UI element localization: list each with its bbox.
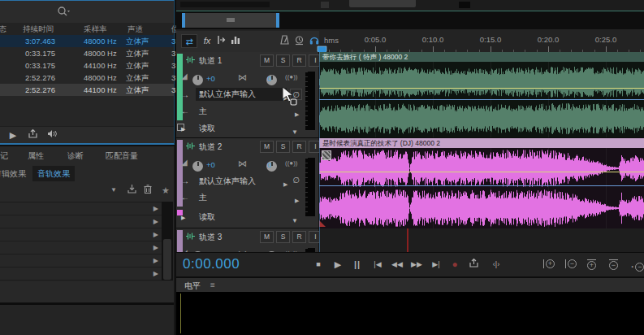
clip-fx-badge[interactable] — [322, 150, 331, 160]
save-preset-icon[interactable] — [125, 184, 138, 197]
file-row[interactable]: 3:07.463 48000 Hz 立体声 3 — [0, 35, 174, 47]
slot-arrow-icon[interactable]: ▶ — [153, 205, 158, 212]
mute-button[interactable]: M — [260, 141, 274, 153]
automation-dropdown-icon[interactable]: ▼ — [292, 214, 298, 228]
zoom-in-vertical-button[interactable]: ·−· — [630, 259, 644, 274]
play-button[interactable]: ▶ — [332, 258, 344, 271]
volume-knob[interactable] — [192, 75, 203, 85]
volume-value[interactable]: +0 — [206, 160, 215, 169]
arm-record-button[interactable]: R — [292, 231, 306, 243]
volume-value[interactable]: +0 — [206, 74, 215, 83]
fx-toggle-button[interactable]: fx — [201, 34, 214, 48]
skip-selection-icon[interactable] — [293, 34, 305, 48]
effect-slot[interactable]: ▶ — [0, 241, 162, 255]
levels-title[interactable]: 电平 — [184, 281, 201, 292]
track-output-selector[interactable]: 主 — [199, 190, 207, 204]
timeline-unit-label[interactable]: hms — [324, 36, 339, 45]
track-expand-icon[interactable]: ▶ — [181, 215, 185, 220]
subtab-track-effects[interactable]: 音轨效果 — [32, 166, 75, 181]
output-expand-icon[interactable]: ▶ — [295, 194, 299, 207]
file-row[interactable]: 0:33.175 44100 Hz 立体声 3 — [0, 59, 174, 72]
effect-slot[interactable]: ▶ — [0, 268, 162, 281]
delete-trash-icon[interactable] — [141, 184, 154, 197]
phase-invert-button[interactable]: ∅ — [290, 175, 302, 186]
zoom-in-point-button[interactable]: + — [543, 259, 555, 268]
automation-mode-selector[interactable]: 读取 — [199, 121, 215, 135]
track1-clip[interactable]: 带你去旅行 ( 特声 ) 48000 2 — [319, 52, 644, 137]
clip-title[interactable]: 是时候表演真正的技术了 (DJ) 48000 2 — [319, 138, 644, 148]
tab-markers[interactable]: 记 — [0, 149, 8, 163]
timeline-ruler[interactable]: hms 0:05.0 0:10.0 0:15.0 0:20.0 0:25.0 — [319, 31, 644, 53]
col-status[interactable]: 状态 — [0, 23, 10, 35]
track-input-selector[interactable]: 默认立体声输入 — [199, 174, 256, 188]
solo-button[interactable]: S — [276, 54, 290, 67]
rewind-button[interactable]: ◀◀ — [390, 258, 404, 271]
file-row[interactable]: 2:52.276 48000 Hz 立体声 3 — [0, 72, 174, 84]
fast-forward-button[interactable]: ▶▶ — [409, 258, 424, 271]
stop-button[interactable]: ■ — [313, 258, 324, 271]
autoplay-speaker-button[interactable] — [45, 128, 58, 141]
slot-arrow-icon[interactable]: ▶ — [153, 270, 158, 277]
col-duration[interactable]: 持续时间 — [23, 23, 54, 35]
pan-value[interactable]: 0 — [267, 160, 271, 169]
effect-slot[interactable]: ▶ — [0, 202, 162, 215]
solo-button[interactable]: S — [276, 141, 290, 153]
search-icon[interactable] — [57, 6, 70, 20]
input-expand-icon[interactable]: ▶ — [283, 177, 287, 191]
automation-mode-selector[interactable]: 读取 — [199, 210, 215, 224]
waveform-track2[interactable] — [319, 148, 644, 228]
track3-clip-area[interactable] — [319, 228, 644, 252]
navigator-grip[interactable] — [227, 18, 235, 22]
output-expand-icon[interactable]: ▶ — [295, 107, 299, 121]
effect-slot[interactable]: ▶ — [0, 255, 162, 268]
volume-knob[interactable] — [192, 161, 203, 172]
clip-title[interactable]: 带你去旅行 ( 特声 ) 48000 2 — [319, 52, 644, 62]
track-name[interactable]: 轨道 3 — [199, 232, 222, 243]
subtab-clip-effects[interactable]: 剪辑效果 — [0, 166, 31, 181]
skip-selection-button[interactable]: ‹|› — [488, 258, 504, 271]
favorite-star-icon[interactable]: ★ — [159, 184, 172, 197]
tab-properties[interactable]: 属性 — [28, 149, 44, 163]
track2-clip[interactable]: 是时候表演真正的技术了 (DJ) 48000 2 — [319, 138, 644, 228]
time-display[interactable]: 0:00.000 — [183, 256, 240, 272]
panel-menu-icon[interactable]: ≡ — [210, 281, 215, 289]
effect-slot[interactable]: ▶ — [0, 215, 162, 228]
effects-scrollbar[interactable] — [162, 202, 173, 281]
skip-to-end-button[interactable]: ▶| — [429, 258, 443, 271]
zoom-navigator[interactable] — [176, 11, 644, 29]
slip-tool-button[interactable] — [215, 34, 227, 48]
track-name[interactable]: 轨道 2 — [199, 141, 222, 153]
file-row[interactable]: 0:33.175 48000 Hz 立体声 3 — [0, 47, 174, 59]
track-name[interactable]: 轨道 1 — [199, 55, 222, 67]
pan-value[interactable]: 0 — [267, 74, 271, 83]
scrollbar-thumb[interactable] — [163, 239, 171, 280]
navigator-range-handle[interactable] — [182, 13, 279, 28]
record-button[interactable]: ● — [449, 258, 460, 271]
solo-button[interactable]: S — [276, 231, 290, 243]
waveform-track1[interactable] — [319, 62, 644, 137]
files-search-bar[interactable] — [0, 1, 174, 24]
track-input-selector[interactable]: 默认立体声输入 — [196, 88, 287, 101]
arm-record-button[interactable]: R — [292, 141, 306, 153]
preset-dropdown-icon[interactable]: ▼ — [107, 184, 120, 197]
metronome-icon[interactable] — [279, 34, 291, 48]
tab-diagnostics[interactable]: 诊断 — [67, 149, 84, 163]
export-file-button[interactable] — [26, 128, 39, 141]
monitor-input-icon[interactable]: ((●)) — [285, 73, 298, 80]
play-file-button[interactable]: ▶ — [6, 128, 19, 141]
slot-arrow-icon[interactable]: ▶ — [153, 231, 158, 238]
clip-fade-handle[interactable] — [319, 220, 326, 227]
mute-button[interactable]: M — [260, 54, 274, 67]
tab-match-loudness[interactable]: 匹配音量 — [106, 149, 138, 163]
file-row[interactable]: 2:52.276 44100 Hz 立体声 3 — [0, 84, 174, 96]
pause-button[interactable]: || — [352, 258, 363, 271]
track-output-selector[interactable]: 主 — [199, 104, 207, 118]
monitor-input-icon[interactable]: ((●)) — [285, 159, 298, 167]
zoom-out-horizontal-button[interactable]: − — [609, 259, 618, 270]
metering-button[interactable] — [230, 34, 241, 48]
slot-arrow-icon[interactable]: ▶ — [153, 218, 158, 225]
slot-arrow-icon[interactable]: ▶ — [153, 244, 158, 251]
arm-record-button[interactable]: R — [292, 54, 306, 67]
move-tool-button[interactable]: ⇄ — [181, 34, 197, 48]
zoom-out-point-button[interactable]: − — [565, 259, 577, 268]
